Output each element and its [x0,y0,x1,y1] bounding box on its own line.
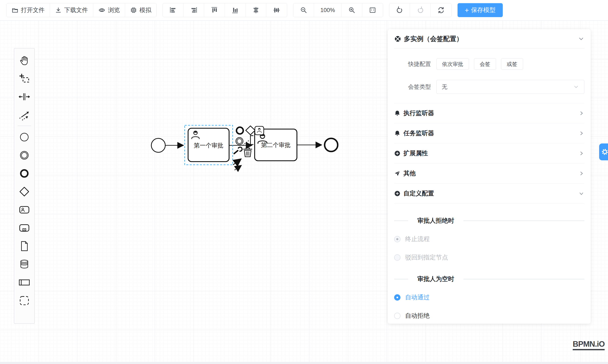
quick-option-orsign-button[interactable]: 或签 [501,58,523,70]
radio-icon [394,294,400,301]
palette-separator [17,126,31,126]
section-label: 执行监听器 [403,109,578,117]
radio-terminate-process[interactable]: 终止流程 [394,235,584,243]
bpmn-io-logo[interactable]: BPMN.iO [573,340,605,350]
folder-open-icon [12,7,18,13]
gear-icon [601,148,608,156]
section-label: 任务监听器 [403,129,578,138]
create-group[interactable] [15,292,33,310]
toolbar: 打开文件 下载文件 浏览 模拟 100% + 保存模 [0,0,608,21]
lasso-tool[interactable] [15,69,33,88]
eye-icon [98,7,106,13]
align-middle-button[interactable] [266,3,287,17]
section-custom-config[interactable]: 自定义配置 [394,183,584,203]
radio-icon [394,313,400,319]
preview-button[interactable]: 浏览 [93,3,125,17]
create-subprocess[interactable] [15,219,33,237]
section-label: 自定义配置 [403,189,578,198]
panel-toggle-tab[interactable] [599,143,608,160]
chevron-right-icon [578,110,584,116]
bell-icon [394,130,400,136]
history-button-group [389,3,452,17]
empty-title: 审批人为空时 [417,275,454,283]
download-file-button[interactable]: 下载文件 [50,3,93,17]
radio-icon [394,254,400,261]
align-left-button[interactable] [163,3,184,17]
panel-header[interactable]: 多实例（会签配置） [394,29,584,49]
reset-button[interactable] [431,3,451,17]
radio-auto-pass[interactable]: 自动通过 [394,293,584,302]
multi-type-row: 会签类型 无 [394,80,584,94]
send-icon [394,170,400,177]
panel-title: 多实例（会签配置） [404,34,578,43]
create-gateway[interactable] [15,182,33,201]
section-execution-listener[interactable]: 执行监听器 [394,103,584,123]
create-user-task[interactable] [15,201,33,219]
preview-label: 浏览 [108,6,120,14]
radio-auto-reject[interactable]: 自动拒绝 [394,312,584,320]
chevron-down-icon [573,84,579,90]
open-file-label: 打开文件 [21,6,45,14]
simulate-label: 模拟 [139,6,151,14]
task1-label: 第一个审批 [194,142,223,149]
download-icon [55,7,62,13]
chevron-right-icon [578,170,584,176]
create-participant[interactable] [15,273,33,292]
global-connect-tool[interactable] [15,106,33,124]
properties-panel: 多实例（会签配置） 快捷配置 依次审批 会签 或签 会签类型 无 执行监听器 任… [388,29,591,324]
chip-icon [130,7,137,13]
align-top-button[interactable] [204,3,225,17]
append-end-event-icon[interactable] [237,127,243,134]
section-list: 执行监听器 任务监听器 扩展属性 其他 自定义配置 [394,103,584,203]
create-intermediate-event[interactable] [15,146,33,164]
task2-label: 第二个审批 [261,142,291,148]
radio-return-to-node[interactable]: 驳回到指定节点 [394,253,584,262]
plus-icon: + [465,7,469,14]
radio-label: 自动拒绝 [405,312,430,320]
zoom-button-group: 100% [293,3,383,17]
file-button-group: 打开文件 下载文件 浏览 模拟 [6,3,157,17]
reject-divider: 审批人拒绝时 [394,217,584,225]
create-start-event[interactable] [15,128,33,146]
align-bottom-button[interactable] [225,3,246,17]
section-label: 扩展属性 [403,149,578,158]
align-center-button[interactable] [246,3,266,17]
empty-divider: 审批人为空时 [394,275,584,283]
shape-palette [14,48,35,324]
section-other[interactable]: 其他 [394,163,584,183]
section-task-listener[interactable]: 任务监听器 [394,123,584,143]
undo-button[interactable] [389,3,410,17]
hand-tool[interactable] [15,51,33,69]
open-file-button[interactable]: 打开文件 [7,3,50,17]
radio-label: 终止流程 [405,235,430,243]
task-first-approval[interactable]: 第一个审批 [188,128,229,162]
end-event[interactable] [325,138,338,152]
quick-config-row: 快捷配置 依次审批 会签 或签 [394,58,584,70]
append-intermediate-event-icon[interactable] [236,138,243,145]
reject-title: 审批人拒绝时 [417,217,454,225]
zoom-out-button[interactable] [293,3,314,17]
align-right-button[interactable] [184,3,204,17]
chevron-right-icon [578,130,584,136]
multi-type-label: 会签类型 [394,83,436,91]
zoom-level: 100% [314,3,342,17]
create-end-event[interactable] [15,164,33,182]
space-tool[interactable] [15,88,33,106]
create-data-store[interactable] [15,255,33,273]
simulate-button[interactable]: 模拟 [125,3,156,17]
section-label: 其他 [403,169,578,178]
quick-option-countersign-button[interactable]: 会签 [474,58,496,70]
multi-instance-icon [394,35,401,42]
section-extended-properties[interactable]: 扩展属性 [394,143,584,163]
save-model-label: 保存模型 [471,6,496,14]
redo-button[interactable] [410,3,431,17]
fit-viewport-button[interactable] [362,3,383,17]
quick-option-sequential-button[interactable]: 依次审批 [436,58,469,70]
append-text-annotation-icon[interactable] [251,136,253,144]
create-data-object[interactable] [15,237,33,255]
append-user-task-icon[interactable] [255,126,264,135]
save-model-button[interactable]: + 保存模型 [458,3,503,17]
start-event[interactable] [151,138,165,152]
zoom-in-button[interactable] [342,3,362,17]
multi-type-select[interactable]: 无 [436,80,584,94]
